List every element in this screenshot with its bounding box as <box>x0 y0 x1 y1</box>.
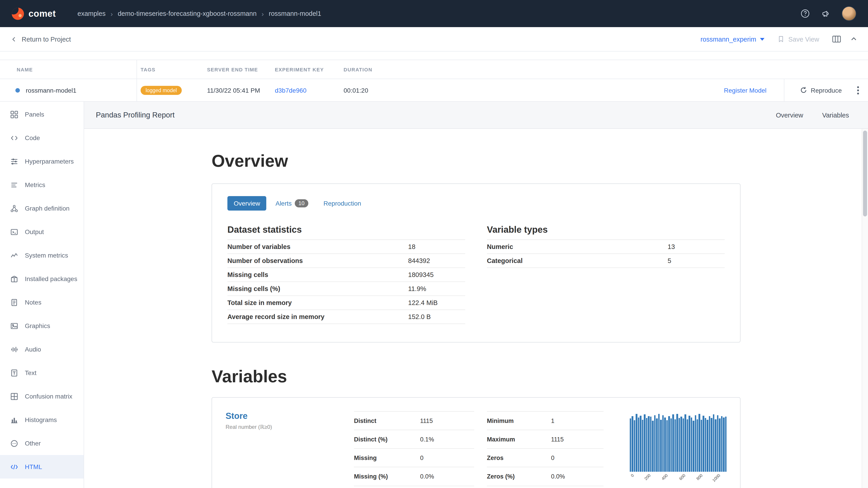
sidebar-item-other[interactable]: Other <box>0 431 84 455</box>
variable-type-label: Real number (ℝ≥0) <box>225 424 341 430</box>
table-row: Negative0 <box>487 486 603 488</box>
row-overflow-menu-icon[interactable] <box>855 84 861 96</box>
sidebar-item-graphics[interactable]: Graphics <box>0 314 84 337</box>
sidebar-item-label: System metrics <box>25 252 68 259</box>
table-layout-icon[interactable] <box>832 35 841 43</box>
sidebar-item-panels[interactable]: Panels <box>0 103 84 126</box>
stat-label: Minimum <box>487 412 551 430</box>
stat-value: 0 <box>420 486 474 488</box>
sidebar-item-system-metrics[interactable]: System metrics <box>0 243 84 267</box>
histogram-bar <box>697 419 698 472</box>
breadcrumb-item-experiment[interactable]: rossmann-model1 <box>269 10 321 17</box>
overview-heading: Overview <box>212 151 741 171</box>
histogram-bar <box>668 416 670 472</box>
experiment-name[interactable]: rossmann-model1 <box>26 87 76 94</box>
histogram-bar <box>672 415 674 472</box>
histogram-bar <box>715 419 717 472</box>
sidebar-item-output[interactable]: Output <box>0 220 84 243</box>
text-icon <box>10 368 19 377</box>
sidebar-item-label: Graph definition <box>25 205 70 212</box>
sidebar-item-metrics[interactable]: Metrics <box>0 173 84 197</box>
register-model-button[interactable]: Register Model <box>724 87 767 94</box>
column-header-duration[interactable]: DURATION <box>340 60 868 78</box>
stat-label: Number of variables <box>227 240 408 254</box>
table-row: Infinite0 <box>354 486 474 488</box>
stat-label: Distinct <box>354 412 420 430</box>
stat-value: 122.4 MiB <box>408 296 465 310</box>
reproduce-button[interactable]: Reproduce <box>800 86 842 94</box>
user-avatar[interactable] <box>842 6 856 21</box>
histogram-bar <box>703 416 704 472</box>
experiment-key-link[interactable]: d3b7de960 <box>275 87 307 94</box>
report-scrollbar[interactable] <box>862 129 868 488</box>
stat-value: 0.0% <box>551 467 603 486</box>
histogram-bar <box>652 421 654 472</box>
histogram-bar <box>705 418 706 472</box>
store-stats-right-table: Minimum1 Maximum1115 Zeros0 Zeros (%)0.0… <box>487 411 603 488</box>
experiment-row[interactable]: rossmann-model1 logged model 11/30/22 05… <box>0 79 868 102</box>
breadcrumb-item-workspace[interactable]: examples <box>78 10 105 17</box>
breadcrumb-item-project[interactable]: demo-timeseries-forecasting-xgboost-ross… <box>118 10 256 17</box>
histogram-bar <box>699 414 700 472</box>
announcements-icon[interactable] <box>821 8 831 19</box>
return-to-project-label: Return to Project <box>22 35 71 43</box>
report-tabs: Overview Alerts 10 Reproduction <box>227 196 725 211</box>
breadcrumb: examples › demo-timeseries-forecasting-x… <box>78 10 321 18</box>
sidebar-item-installed-packages[interactable]: Installed packages <box>0 267 84 291</box>
sidebar-item-graph-definition[interactable]: Graph definition <box>0 197 84 220</box>
histogram-bar <box>711 418 712 472</box>
histogram-bar <box>664 417 666 472</box>
return-to-project-button[interactable]: Return to Project <box>11 35 71 43</box>
scrollbar-thumb[interactable] <box>863 131 867 217</box>
column-header-experiment-key[interactable]: EXPERIMENT KEY <box>271 60 340 78</box>
experiment-key-cell: d3b7de960 <box>271 79 340 101</box>
experiment-name-cell: rossmann-model1 <box>0 79 137 101</box>
column-header-tags[interactable]: TAGS <box>137 60 204 78</box>
column-header-server-end-time[interactable]: SERVER END TIME <box>204 60 271 78</box>
sidebar-item-confusion-matrix[interactable]: Confusion matrix <box>0 385 84 408</box>
sidebar-item-code[interactable]: Code <box>0 126 84 150</box>
report-container: Overview Overview Alerts 10 Reproduction <box>212 129 741 488</box>
sidebar-item-text[interactable]: Text <box>0 361 84 385</box>
histogram-bar <box>660 420 662 472</box>
sidebar-item-html[interactable]: HTML <box>0 455 84 479</box>
waveform-icon <box>10 345 19 354</box>
column-header-name[interactable]: NAME <box>0 60 137 78</box>
sidebar-item-label: Confusion matrix <box>25 393 72 400</box>
stat-value: 0.0% <box>420 467 474 486</box>
store-histogram[interactable]: 0 200 400 600 800 1000 <box>630 411 726 488</box>
histogram-bar <box>688 416 690 472</box>
caret-down-icon <box>760 38 765 40</box>
main-body: Panels Code Hyperparameters Metrics Grap… <box>0 102 868 488</box>
variable-store-card: Store Real number (ℝ≥0) Distinct1115 Dis… <box>212 397 741 488</box>
tag-badge[interactable]: logged model <box>141 86 182 95</box>
panel-header: Pandas Profiling Report Overview Variabl… <box>84 102 868 129</box>
collapse-panel-icon[interactable] <box>850 36 857 42</box>
activity-icon <box>10 251 19 260</box>
experiment-view-select[interactable]: rossmann_experim <box>701 35 765 43</box>
variable-name-link[interactable]: Store <box>225 411 341 421</box>
html-panel: Pandas Profiling Report Overview Variabl… <box>84 102 868 488</box>
tab-overview[interactable]: Overview <box>227 196 267 210</box>
sidebar-item-audio[interactable]: Audio <box>0 337 84 361</box>
panel-link-overview[interactable]: Overview <box>776 111 803 119</box>
table-row: Missing (%)0.0% <box>354 467 474 486</box>
panel-link-variables[interactable]: Variables <box>822 111 849 119</box>
sidebar-item-label: Notes <box>25 299 41 306</box>
toolbar-right: rossmann_experim Save View <box>701 35 857 43</box>
table-row: Maximum1115 <box>487 430 603 449</box>
experiment-status-dot <box>16 88 20 92</box>
tab-alerts[interactable]: Alerts 10 <box>269 196 314 211</box>
comet-logo-icon[interactable] <box>12 7 24 20</box>
brand-name[interactable]: comet <box>29 8 56 19</box>
help-icon[interactable] <box>800 8 810 19</box>
tab-reproduction[interactable]: Reproduction <box>317 196 368 210</box>
sidebar-item-hyperparameters[interactable]: Hyperparameters <box>0 150 84 173</box>
sidebar-item-notes[interactable]: Notes <box>0 291 84 314</box>
sidebar-item-histograms[interactable]: Histograms <box>0 408 84 431</box>
stat-value: 0 <box>551 486 603 488</box>
bookmark-icon <box>777 35 785 43</box>
sidebar-item-label: Panels <box>25 111 44 118</box>
save-view-button[interactable]: Save View <box>777 35 819 43</box>
terminal-icon <box>10 228 19 236</box>
